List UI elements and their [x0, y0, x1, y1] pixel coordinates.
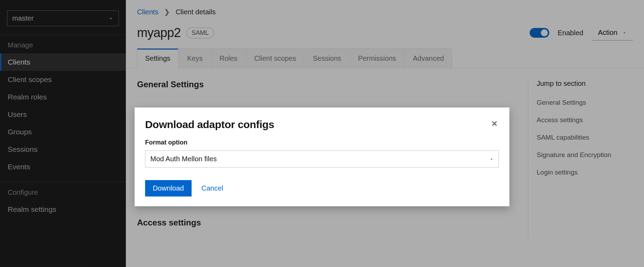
modal-title: Download adaptor configs [145, 119, 274, 131]
modal-header: Download adaptor configs ✕ [145, 119, 499, 131]
format-option-select[interactable]: Mod Auth Mellon files [145, 150, 499, 168]
format-option-value: Mod Auth Mellon files [150, 155, 217, 163]
caret-down-icon [489, 157, 494, 161]
download-button[interactable]: Download [145, 180, 192, 196]
cancel-button[interactable]: Cancel [201, 184, 223, 192]
modal-actions: Download Cancel [145, 180, 499, 196]
format-option-label: Format option [145, 139, 499, 146]
close-icon[interactable]: ✕ [490, 119, 499, 129]
download-adaptor-modal: Download adaptor configs ✕ Format option… [135, 107, 509, 206]
